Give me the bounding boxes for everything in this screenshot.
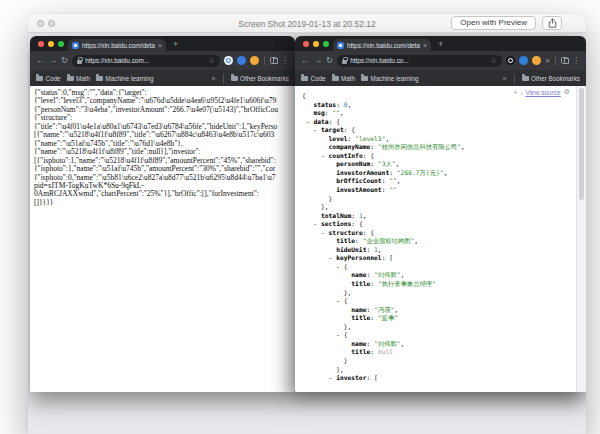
json-line[interactable]: title: "企业股权结构图", [302,237,574,246]
json-line[interactable]: hideUnit: 1, [302,246,574,255]
json-line[interactable]: personNum: "3人", [302,160,574,169]
json-line[interactable]: - keyPersonnel: [ [302,254,574,263]
json-line[interactable]: - { [302,331,574,340]
json-line[interactable]: brOfficCount: "", [302,177,574,186]
extension-icon-2[interactable] [519,56,528,65]
quicklook-title: Screen Shot 2019-01-13 at 20.52.12 [148,19,466,29]
json-line[interactable]: { [302,92,574,101]
back-button[interactable]: ← [36,56,45,65]
json-line[interactable]: ], [302,366,574,375]
json-line[interactable]: status: 0, [302,101,574,110]
extension-icon-4[interactable]: ✕ [545,57,550,64]
json-line[interactable]: title: "执行董事兼总经理" [302,280,574,289]
bookmark-folder-math[interactable]: Math [332,75,356,82]
other-bookmarks-label: Other Bookmarks [240,75,289,82]
json-line[interactable]: title: "监事" [302,314,574,323]
json-line[interactable]: - target: { [302,126,574,135]
quicklook-window-controls [37,20,55,27]
close-traffic-icon[interactable] [38,41,44,47]
bookmark-star-icon[interactable]: ☆ [490,56,497,65]
chrome-menu-icon[interactable]: ⋮ [281,57,289,65]
scrollbar-thumb[interactable] [579,88,584,200]
close-traffic-icon[interactable] [303,41,309,47]
address-bar[interactable]: https://xin.baidu.com... ☆ [72,55,220,67]
browser-tab[interactable]: https://xin.baidu.com/detail/da × [333,39,431,51]
bookmark-folder-code[interactable]: Code [36,75,61,82]
json-line[interactable]: - countInfo: { [302,152,574,161]
page-content-left: {"status":0,"msg":"","data":{"target": {… [30,86,295,392]
forward-button[interactable]: → [49,56,58,65]
bookmarks-overflow-icon[interactable]: » [212,75,216,82]
json-line[interactable]: title: null [302,348,574,357]
bookmarks-overflow-icon[interactable]: » [503,75,507,82]
bookmark-label: Math [341,75,355,82]
extension-icon-3[interactable] [532,56,541,65]
address-bar[interactable]: https://xin.baidu.co... ☆ [337,55,502,67]
json-line[interactable]: level: "level3", [302,135,574,144]
json-line[interactable]: - data: { [302,118,574,127]
bookmark-folder-ml[interactable]: Machine learning [96,75,153,82]
back-button[interactable]: ← [301,56,310,65]
bookmark-folder-math[interactable]: Math [67,75,91,82]
json-line[interactable]: name: "刘伟辉", [302,340,574,349]
browser-window-left: https://xin.baidu.com/detail/da × + ← → … [30,36,295,392]
extension-icon-2[interactable] [237,56,246,65]
new-tab-button[interactable]: + [173,38,178,51]
extension-icon-1[interactable] [506,56,515,65]
minimize-traffic-icon[interactable] [48,41,54,47]
tab-close-icon[interactable]: × [158,42,162,49]
bookmark-folder-ml[interactable]: Machine learning [361,75,418,82]
json-line[interactable]: - { [302,263,574,272]
bookmark-label: Machine learning [106,75,154,82]
folder-icon [301,76,308,81]
json-line[interactable]: }, [302,323,574,332]
json-line[interactable]: - { [302,297,574,306]
json-line[interactable]: } [302,357,574,366]
json-line[interactable]: investorAmount: "266.7万(元)", [302,169,574,178]
json-line[interactable]: - sections: { [302,220,574,229]
raw-json-text: {"status":0,"msg":"","data":{"target": {… [30,86,295,207]
minimize-traffic-icon[interactable] [313,41,319,47]
chrome-menu-icon[interactable]: ⋮ [572,57,580,65]
bookmarks-divider [223,74,224,83]
url-text: https://xin.baidu.co... [350,57,487,64]
browser-tab[interactable]: https://xin.baidu.com/detail/da × [68,39,166,51]
tab-close-icon[interactable]: × [423,42,427,49]
browser-window-right: https://xin.baidu.com/detail/da × + ← → … [295,36,586,392]
zoom-traffic-icon[interactable] [323,41,329,47]
zoom-traffic-icon[interactable] [58,41,64,47]
bookmark-label: Code [311,75,326,82]
folder-icon [96,76,103,81]
json-line[interactable]: investAmount: "" [302,186,574,195]
reload-button[interactable]: ↻ [61,56,68,65]
other-bookmarks[interactable]: Other Bookmarks [522,75,581,82]
share-button[interactable] [542,16,562,30]
extension-icon-1[interactable] [224,56,233,65]
other-bookmarks[interactable]: Other Bookmarks [231,75,290,82]
new-tab-button[interactable]: + [438,38,443,51]
json-line[interactable]: msg: "", [302,109,574,118]
json-line[interactable]: }, [302,203,574,212]
json-line[interactable]: name: "刘伟辉", [302,271,574,280]
bookmark-star-icon[interactable]: ☆ [208,56,215,65]
reload-button[interactable]: ↻ [326,56,333,65]
bookmark-label: Math [76,75,90,82]
json-line[interactable]: } [302,195,574,204]
json-line[interactable]: }, [302,289,574,298]
fullscreen-button[interactable] [48,20,55,27]
extension-icon-3[interactable] [250,56,259,65]
json-line[interactable]: name: "冯瑛", [302,306,574,315]
profile-icon[interactable] [270,57,277,64]
json-line[interactable]: totalNum: 1, [302,212,574,221]
scrollbar[interactable] [576,86,586,392]
json-line[interactable]: - investor: [ [302,374,574,383]
bookmark-folder-code[interactable]: Code [301,75,326,82]
toolbar-divider [555,56,556,65]
close-button[interactable] [37,20,44,27]
profile-icon[interactable] [561,57,568,64]
json-line[interactable]: - structure: { [302,229,574,238]
folder-icon [332,76,339,81]
forward-button[interactable]: → [314,56,323,65]
open-with-preview-button[interactable]: Open with Preview [451,16,536,30]
json-line[interactable]: companyName: "杭州亦闲信息科技有限公司", [302,143,574,152]
